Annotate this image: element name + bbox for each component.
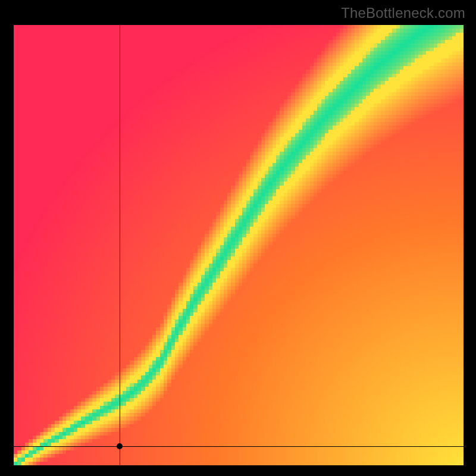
chart-frame: TheBottleneck.com: [0, 0, 476, 476]
crosshair-horizontal: [14, 446, 464, 447]
selected-point-marker: [117, 443, 123, 449]
crosshair-vertical: [120, 25, 120, 465]
bottleneck-heatmap: [14, 25, 464, 465]
watermark-text: TheBottleneck.com: [341, 5, 465, 21]
